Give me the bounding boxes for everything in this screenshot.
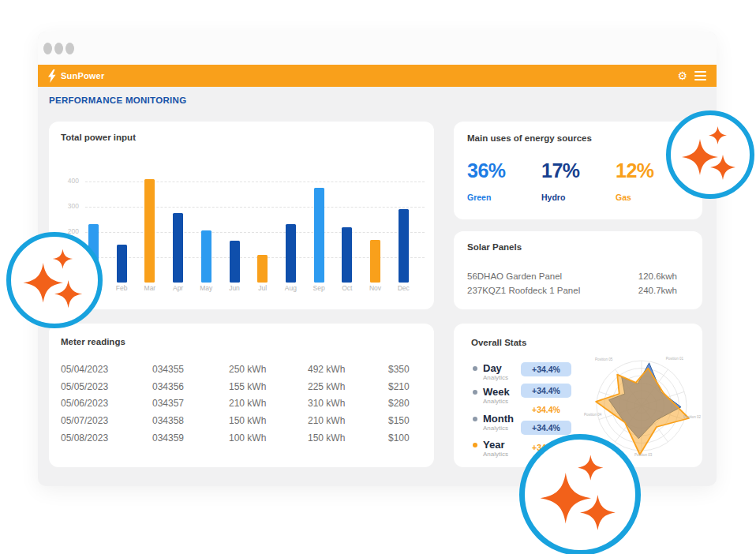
table-cell: 310 kWh <box>308 398 388 409</box>
table-cell: 492 kWh <box>308 364 388 375</box>
stat-value-badge: +34.4% <box>521 421 571 435</box>
bar-dec <box>399 209 409 283</box>
stat-period-label: Year <box>483 440 504 450</box>
stat-period-sublabel: Analytics <box>483 374 508 381</box>
stat-value-badge: +34.4% <box>521 362 571 376</box>
table-cell: 100 kWh <box>229 432 308 444</box>
table-cell: 250 kWh <box>229 364 308 375</box>
x-axis-label: Sep <box>305 284 332 292</box>
card-title: Main uses of energy sources <box>467 133 592 143</box>
energy-source-hydro: 17%Hydro <box>541 159 616 202</box>
table-cell: 150 kWh <box>229 415 308 426</box>
bar-jul <box>257 255 268 283</box>
stat-period-label: Week <box>483 387 510 397</box>
brand: SunPower <box>48 69 104 83</box>
radar-axis-label: Position 01 <box>666 357 684 361</box>
stat-period-sublabel: Analytics <box>483 425 508 432</box>
energy-source-value: 36% <box>467 159 541 182</box>
card-title: Total power input <box>61 133 136 142</box>
energy-source-value: 17% <box>541 159 616 182</box>
x-axis-label: Jun <box>221 284 248 292</box>
table-cell: 05/04/2023 <box>61 364 152 375</box>
solar-panel-name: 237KQZ1 Roofdeck 1 Panel <box>467 286 580 295</box>
bar-aug <box>286 224 296 283</box>
browser-window: SunPower ⚙ PERFORMANCE MONITORING Total … <box>38 32 717 486</box>
y-axis-tick-label: 300 <box>54 202 79 210</box>
bar-oct <box>342 227 352 283</box>
bar-jun <box>230 241 240 283</box>
lightning-bolt-icon <box>48 69 56 83</box>
page-title: PERFORMANCE MONITORING <box>49 95 186 105</box>
x-axis-label: Dec <box>390 284 417 292</box>
stat-period-sublabel: Analytics <box>483 451 508 458</box>
solar-panel-row: 56DHAO Garden Panel120.6kwh <box>467 271 677 281</box>
x-axis-label: Jul <box>249 284 276 292</box>
card-title: Meter readings <box>61 337 125 346</box>
stat-bullet <box>473 417 477 421</box>
table-row: 05/04/2023034355250 kWh492 kWh$350 <box>61 361 406 378</box>
window-control-dot[interactable] <box>54 43 63 54</box>
meter-readings-table: 05/04/2023034355250 kWh492 kWh$35005/05/… <box>61 361 406 446</box>
energy-source-label: Hydro <box>541 193 616 202</box>
table-cell: $350 <box>388 364 410 375</box>
bar-may <box>201 230 211 283</box>
radar-axis-label: Position 05 <box>595 357 613 361</box>
card-title: Solar Panels <box>467 242 522 252</box>
hamburger-menu-icon[interactable] <box>694 71 706 81</box>
radar-axis-label: Position 02 <box>683 415 702 419</box>
sparkle-circle-decoration <box>6 232 103 328</box>
table-cell: 034357 <box>152 398 229 409</box>
table-cell: 210 kWh <box>229 398 308 409</box>
x-axis-label: May <box>193 284 219 292</box>
sparkles-icon <box>671 115 750 194</box>
table-cell: 225 kWh <box>308 381 388 392</box>
stat-period-label: Month <box>483 414 514 424</box>
window-control-dot[interactable] <box>65 43 74 54</box>
table-cell: $150 <box>388 415 410 426</box>
table-cell: 155 kWh <box>229 381 308 392</box>
sparkle-circle-decoration <box>666 110 754 199</box>
table-cell: 034359 <box>152 432 229 444</box>
table-cell: 05/07/2023 <box>61 415 152 426</box>
settings-gear-icon[interactable]: ⚙ <box>677 70 687 81</box>
table-cell: $210 <box>388 381 410 392</box>
table-row: 05/07/2023034358150 kWh210 kWh$150 <box>61 412 406 429</box>
table-cell: 034355 <box>152 364 229 375</box>
table-cell: 034358 <box>152 415 229 426</box>
energy-source-label: Green <box>467 193 541 202</box>
x-axis-label: Feb <box>108 284 135 292</box>
chart-gridline <box>85 232 425 233</box>
chart-gridline <box>85 207 425 208</box>
bar-mar <box>144 179 155 283</box>
sparkles-icon <box>525 440 635 550</box>
table-cell: 034356 <box>152 381 229 392</box>
energy-sources-card: Main uses of energy sources 36%Green17%H… <box>454 122 702 219</box>
solar-panels-card: Solar Panels 56DHAO Garden Panel120.6kwh… <box>454 231 702 309</box>
x-axis-label: Aug <box>277 284 304 292</box>
table-cell: $280 <box>388 398 410 409</box>
stat-bullet <box>473 390 477 395</box>
stat-bullet <box>473 443 477 447</box>
table-cell: 210 kWh <box>308 415 388 426</box>
x-axis-label: Mar <box>137 284 163 292</box>
solar-panel-row: 237KQZ1 Roofdeck 1 Panel240.7kwh <box>467 286 677 295</box>
sparkles-icon <box>11 237 98 324</box>
solar-panel-output: 240.7kwh <box>638 286 677 295</box>
bar-nov <box>370 240 380 283</box>
table-cell: $100 <box>388 432 410 444</box>
table-cell: 05/05/2023 <box>61 381 152 392</box>
window-control-dot[interactable] <box>43 43 52 54</box>
bar-sep <box>314 188 324 283</box>
x-axis-label: Nov <box>362 284 389 292</box>
brand-name: SunPower <box>61 71 104 80</box>
sparkle-circle-decoration <box>519 434 641 554</box>
total-power-input-card: Total power input 400300200100JanFebMarA… <box>49 122 434 309</box>
bar-feb <box>117 245 127 283</box>
table-cell: 05/06/2023 <box>61 398 152 409</box>
stat-period-sublabel: Analytics <box>483 398 508 405</box>
stat-value-plain: +34.4% <box>521 402 571 417</box>
x-axis-label: Apr <box>165 284 192 292</box>
window-titlebar <box>38 32 717 65</box>
table-row: 05/05/2023034356155 kWh225 kWh$210 <box>61 378 406 395</box>
table-row: 05/08/2023034359100 kWh150 kWh$100 <box>61 429 406 447</box>
